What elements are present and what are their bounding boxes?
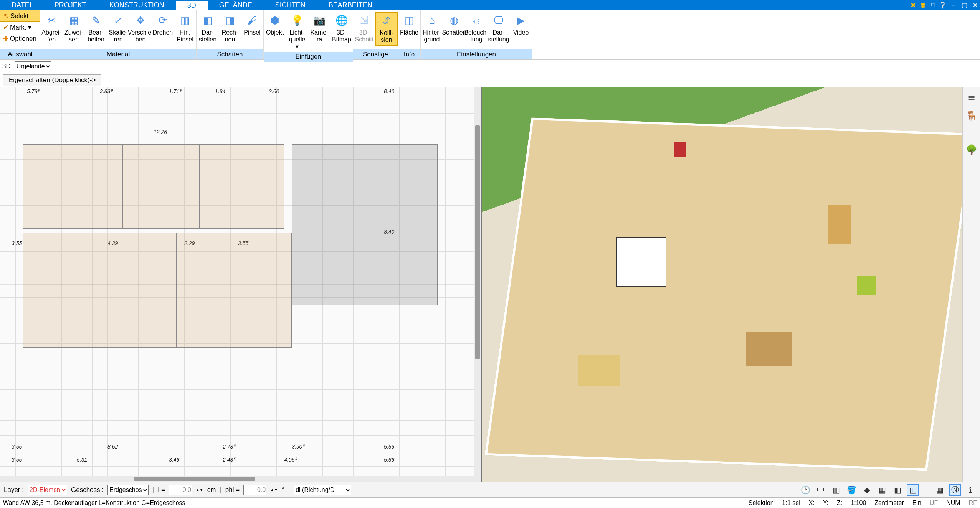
dim-label: 8.62 [107,444,118,450]
ribbon-group-einstellungen: ⌂Hinter- grund◍Schatten☼Beleuch- tung🖵Da… [421,10,532,59]
bottom-control-bar: Layer : 2D-Elemen Geschoss : Erdgeschos … [0,482,980,497]
clock-icon[interactable]: 🕑 [800,484,811,496]
ribbon-btn-darstellung[interactable]: 🖵Dar- stellung [488,12,510,45]
kollision-icon: ⇵ [380,14,393,28]
dim-label: 5.31 [77,457,87,463]
ribbon-btn-rechnen[interactable]: ◨Rech- nen [219,12,241,45]
phi-input[interactable] [243,485,266,495]
ribbon-btn-abgreifen[interactable]: ✂Abgrei- fen [40,12,63,45]
dim-label: 1.71⁹ [169,88,182,94]
tab-datei[interactable]: DATEI [0,0,43,10]
plant-3d [857,276,876,295]
minimize-button[interactable]: – [949,0,959,10]
room-block [177,233,292,348]
cube-shaded-icon[interactable]: ◧ [892,484,903,496]
colors-icon[interactable] [966,127,977,138]
ribbon-btn-drehen[interactable]: ⟳Drehen [152,12,174,38]
ribbon-btn-skalieren[interactable]: ⤢Skalie- ren [107,12,129,45]
ribbon-btn-kollision[interactable]: ⇵Kolli- sion [375,12,398,46]
tools-icon[interactable]: ✖ [908,0,918,10]
dim-label: 4.39 [107,240,118,246]
layers-icon[interactable]: ≣ [965,92,978,104]
3d-view[interactable] [482,87,963,482]
status-num: NUM [946,500,960,506]
ribbon-btn-darstellen[interactable]: ◧Dar- stellen [197,12,219,45]
tab-projekt[interactable]: PROJEKT [43,0,98,10]
stack-icon[interactable]: ▥ [830,484,842,496]
ribbon-btn-label: Pinsel [244,29,261,36]
maximize-button[interactable]: ▢ [959,0,969,10]
bucket-icon[interactable]: 🪣 [846,484,857,496]
screenshot-icon[interactable]: ▦ [918,0,928,10]
tab-3d[interactable]: 3D [176,0,208,10]
video-icon: ▶ [514,14,528,28]
ribbon-btn-beleuchtung[interactable]: ☼Beleuch- tung [465,12,488,45]
dim-label: 2.29 [184,240,195,246]
ribbon-group-info: ◫FlächeInfo [398,10,421,59]
properties-tab[interactable]: Eigenschaften (Doppelklick)-> [3,74,101,86]
ribbon-group-material: ✂Abgrei- fen▦Zuwei- sen✎Bear- beiten⤢Ska… [40,10,197,59]
dschnitt-icon: ⇲ [357,14,371,28]
tree-icon[interactable]: 🌳 [965,143,978,156]
status-bar: Wand AW 36,5 m. Deckenauflager L=Konstru… [0,497,980,508]
tab-sichten[interactable]: SICHTEN [264,0,317,10]
garage-block [292,144,438,305]
ribbon-btn-verschieben[interactable]: ✥Verschie- ben [129,12,152,45]
ribbon-btn-flche[interactable]: ◫Fläche [398,12,420,38]
status-ein: Ein [912,500,921,506]
grid-icon[interactable]: ▦ [934,484,945,496]
help-icon[interactable]: ❔ [938,0,948,10]
layer-select[interactable]: 2D-Elemen [28,485,67,495]
ribbon-group-auswahl: ↖Selekt ✔Mark. ▾ ✚Optionen Auswahl [0,10,40,59]
ribbon-btn-dbitmap[interactable]: 🌐3D- Bitmap [331,12,353,45]
ribbon-btn-label: Skalie- ren [109,29,128,43]
ribbon-btn-video[interactable]: ▶Video [510,12,532,38]
dim-label: 3.83⁹ [100,88,112,94]
status-rf: RF [969,500,977,506]
dim-label: 3.55 [12,444,22,450]
group-icon[interactable]: ▦ [876,484,888,496]
ribbon-btn-dschnitt[interactable]: ⇲3D- Schnitt [353,12,375,45]
tab-konstruktion[interactable]: KONSTRUKTION [98,0,176,10]
ribbon-btn-hintergrund[interactable]: ⌂Hinter- grund [421,12,443,45]
settings-icon[interactable]: ⧉ [928,0,938,10]
chair-3d [674,142,686,157]
ribbon-btn-kamera[interactable]: 📷Kame- ra [308,12,331,45]
ribbon-btn-label: Video [513,29,529,36]
sofa-3d [578,355,620,386]
terrain-dropdown[interactable]: Urgelände [15,61,51,71]
ribbon-btn-label: 3D- Schnitt [355,29,374,43]
mark-button[interactable]: ✔Mark. ▾ [0,22,40,33]
2d-plan-view[interactable]: 5.78⁹ 3.83⁹ 1.71⁹ 1.84 2.60 8.40 12.26 3… [0,87,482,482]
plan-h-scrollbar[interactable] [0,476,481,482]
north-icon[interactable]: Ⓝ [949,484,961,496]
selekt-button[interactable]: ↖Selekt [0,10,40,22]
tab-bearbeiten[interactable]: BEARBEITEN [317,0,384,10]
close-button[interactable]: ✕ [970,0,980,10]
ribbon-btn-hinpinsel[interactable]: ▥Hin. Pinsel [174,12,196,45]
ribbon-btn-objekt[interactable]: ⬢Objekt [264,12,286,38]
geschoss-select[interactable]: Erdgeschos [107,485,149,495]
cube-hollow-icon[interactable]: ◫ [907,484,919,496]
length-input[interactable] [169,485,192,495]
dim-label: 4.05⁵ [284,457,297,463]
dim-label: 8.40 [384,229,394,235]
tab-gelaende[interactable]: GELÄNDE [208,0,264,10]
diamond-icon[interactable]: ◆ [861,484,873,496]
plan-v-scrollbar[interactable] [474,87,481,476]
dim-label: 3.55 [12,457,22,463]
optionen-button[interactable]: ✚Optionen [0,33,40,44]
ribbon-btn-bearbeiten[interactable]: ✎Bear- beiten [85,12,107,45]
info-icon[interactable]: ℹ [965,484,976,496]
dl-select[interactable]: dl (Richtung/Di [294,485,351,495]
group-label: Sonstige [353,49,398,59]
furniture-icon[interactable]: 🪑 [965,110,978,122]
ribbon-btn-lichtquelle[interactable]: 💡Licht- quelle ▾ [286,12,308,52]
bed-3d [616,237,666,287]
screen-icon[interactable]: 🖵 [815,484,826,496]
ribbon-btn-schatten[interactable]: ◍Schatten [443,12,465,38]
dim-label: 12.26 [154,129,167,135]
dim-label: 1.84 [215,88,225,94]
ribbon-btn-zuweisen[interactable]: ▦Zuwei- sen [63,12,85,45]
ribbon-btn-pinsel[interactable]: 🖌Pinsel [241,12,263,38]
